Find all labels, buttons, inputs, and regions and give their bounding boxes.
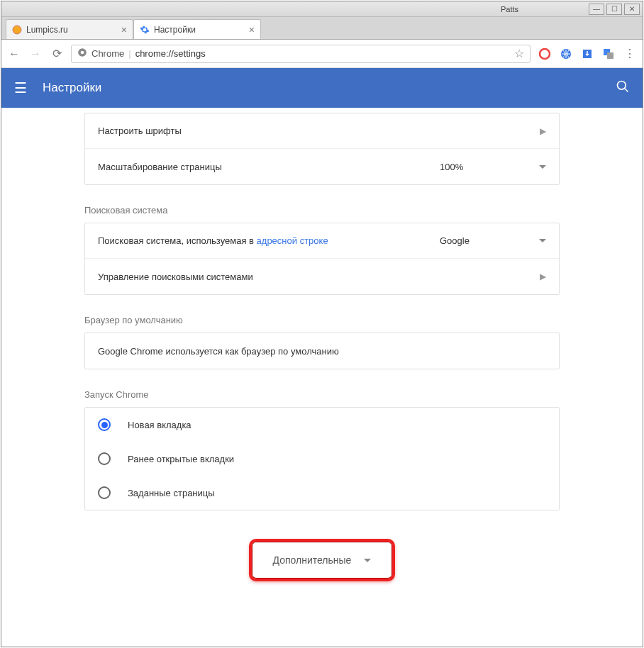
browser-tab-lumpics[interactable]: Lumpics.ru × <box>6 19 133 39</box>
option-label: Заданные страницы <box>128 488 215 498</box>
download-ext-icon[interactable] <box>580 47 594 61</box>
browser-tab-settings[interactable]: Настройки × <box>133 19 261 39</box>
svg-point-0 <box>13 26 21 34</box>
caret-down-icon <box>539 239 546 242</box>
select-value: Google <box>440 235 470 246</box>
svg-point-8 <box>618 81 626 89</box>
customize-fonts-row[interactable]: Настроить шрифты ▶ <box>85 113 559 149</box>
tab-label: Настройки <box>154 25 196 35</box>
reload-icon[interactable]: ⟳ <box>50 47 64 60</box>
translate-ext-icon[interactable] <box>601 47 616 61</box>
gear-icon <box>140 25 150 35</box>
close-tab-icon[interactable]: × <box>249 24 255 35</box>
default-browser-section-label: Браузер по умолчанию <box>84 315 560 325</box>
app-label: Patts <box>501 5 518 13</box>
chevron-right-icon: ▶ <box>540 272 546 281</box>
svg-line-9 <box>625 88 628 91</box>
search-engine-section-label: Поисковая система <box>84 205 560 216</box>
caret-down-icon <box>364 559 371 562</box>
svg-point-3 <box>540 49 550 59</box>
search-icon[interactable] <box>616 79 630 97</box>
svg-rect-7 <box>607 52 614 59</box>
startup-card: Новая вкладка Ранее открытые вкладки Зад… <box>84 407 560 510</box>
advanced-label: Дополнительные <box>273 554 352 566</box>
forward-icon: → <box>28 48 43 60</box>
default-browser-status-row: Google Chrome используется как браузер п… <box>85 333 559 369</box>
search-engine-select[interactable]: Google <box>440 235 546 246</box>
orange-circle-icon <box>12 25 22 35</box>
close-tab-icon[interactable]: × <box>121 24 127 35</box>
maximize-button[interactable]: ☐ <box>606 4 622 15</box>
url-text: chrome://settings <box>135 48 206 59</box>
startup-section-label: Запуск Chrome <box>84 389 560 400</box>
page-zoom-select[interactable]: 100% <box>440 162 546 172</box>
address-bar: ← → ⟳ Chrome | chrome://settings ☆ ⋮ <box>1 40 643 68</box>
back-icon[interactable]: ← <box>7 48 21 60</box>
settings-content: Настроить шрифты ▶ Масштабирование стран… <box>84 108 560 610</box>
page-title: Настройки <box>43 81 101 95</box>
startup-option-specific-pages[interactable]: Заданные страницы <box>85 476 559 510</box>
close-window-button[interactable]: ✕ <box>624 4 640 15</box>
option-label: Ранее открытые вкладки <box>128 454 234 464</box>
omnibox[interactable]: Chrome | chrome://settings ☆ <box>71 45 531 63</box>
row-label: Масштабирование страницы <box>98 162 222 172</box>
startup-option-new-tab[interactable]: Новая вкладка <box>85 408 559 442</box>
manage-search-engines-row[interactable]: Управление поисковыми системами ▶ <box>85 259 559 294</box>
opera-ext-icon[interactable] <box>538 47 552 61</box>
chrome-origin-icon <box>77 48 87 60</box>
hamburger-menu-icon[interactable]: ☰ <box>14 79 27 96</box>
titlebar: Patts — ☐ ✕ <box>1 1 643 17</box>
select-value: 100% <box>440 162 463 172</box>
settings-header: ☰ Настройки <box>1 68 643 108</box>
default-browser-card: Google Chrome используется как браузер п… <box>84 333 560 369</box>
caret-down-icon <box>539 165 546 169</box>
search-engine-card: Поисковая система, используемая в адресн… <box>84 223 560 295</box>
origin-label: Chrome <box>91 48 124 59</box>
content-viewport[interactable]: Настроить шрифты ▶ Масштабирование стран… <box>2 108 642 646</box>
tabs-bar: Lumpics.ru × Настройки × <box>1 17 643 40</box>
advanced-toggle-button[interactable]: Дополнительные <box>249 539 396 581</box>
radio-button-icon[interactable] <box>98 418 111 431</box>
appearance-card: Настроить шрифты ▶ Масштабирование стран… <box>84 113 560 185</box>
radio-button-icon[interactable] <box>98 452 111 465</box>
tab-label: Lumpics.ru <box>26 25 68 35</box>
window-frame: Patts — ☐ ✕ Lumpics.ru × Настройки × ← →… <box>1 1 643 647</box>
chevron-right-icon: ▶ <box>540 126 546 136</box>
row-label: Управление поисковыми системами <box>98 272 253 282</box>
svg-point-2 <box>81 51 84 55</box>
menu-dots-icon[interactable]: ⋮ <box>623 47 637 60</box>
search-engine-row[interactable]: Поисковая система, используемая в адресн… <box>85 223 559 259</box>
option-label: Новая вкладка <box>128 420 191 430</box>
row-label: Настроить шрифты <box>98 125 182 136</box>
page-zoom-row[interactable]: Масштабирование страницы 100% <box>85 149 559 184</box>
globe-ext-icon[interactable] <box>559 47 573 61</box>
address-bar-link[interactable]: адресной строке <box>257 235 328 246</box>
minimize-button[interactable]: — <box>589 4 604 15</box>
status-text: Google Chrome используется как браузер п… <box>98 346 339 357</box>
divider: | <box>128 48 131 59</box>
bookmark-star-icon[interactable]: ☆ <box>514 47 524 60</box>
advanced-section: Дополнительные <box>84 539 560 581</box>
radio-button-icon[interactable] <box>98 486 111 499</box>
row-label: Поисковая система, используемая в адресн… <box>98 235 328 246</box>
startup-option-continue[interactable]: Ранее открытые вкладки <box>85 442 559 476</box>
